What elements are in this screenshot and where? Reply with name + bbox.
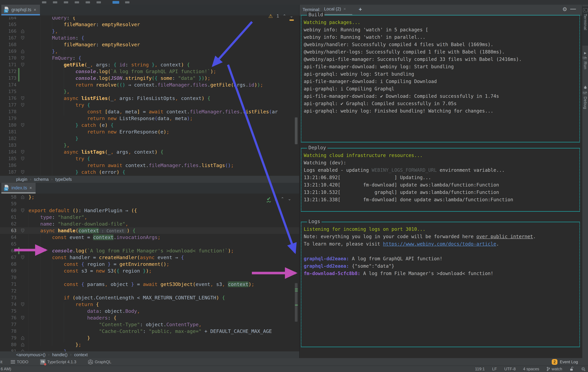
- line-number[interactable]: 79: [0, 335, 16, 341]
- code-line-74[interactable]: 74 return {: [0, 301, 299, 308]
- line-number[interactable]: 169: [0, 48, 16, 55]
- line-number[interactable]: 179: [0, 115, 16, 122]
- line-number[interactable]: 71: [0, 281, 16, 288]
- inspection-widget-index[interactable]: ✔ 1 ⌃ ⌄: [267, 196, 291, 202]
- line-number[interactable]: 77: [0, 321, 16, 328]
- breadcrumb-item[interactable]: typeDefs: [55, 177, 72, 182]
- code-line-60[interactable]: 60export default (): HandlerPlugin ⇒ ({: [0, 207, 299, 214]
- fold-marker-icon[interactable]: [21, 96, 25, 101]
- prev-issue-icon[interactable]: ⌃: [283, 14, 286, 19]
- code-line-166[interactable]: 166 },: [0, 28, 299, 35]
- fold-marker[interactable]: [21, 29, 25, 33]
- code-line-173[interactable]: 173 console.log(JSON.stringify({ some: "…: [0, 75, 299, 81]
- code-line-59[interactable]: 59: [0, 201, 299, 207]
- breadcrumb-item[interactable]: context: [74, 352, 88, 357]
- fold-marker[interactable]: [21, 36, 25, 40]
- toolbar-item-todo[interactable]: TODO: [11, 360, 28, 364]
- code-line-165[interactable]: 165 fileManager: emptyResolver: [0, 21, 299, 28]
- fold-marker-icon[interactable]: [21, 228, 25, 233]
- fold-marker-icon[interactable]: [21, 156, 25, 161]
- next-issue-icon[interactable]: ⌄: [290, 14, 293, 19]
- code-line-81[interactable]: 81 }: [0, 348, 299, 351]
- line-number[interactable]: 177: [0, 102, 16, 108]
- code-editor-index[interactable]: 58};5960export default (): HandlerPlugin…: [0, 195, 299, 351]
- code-line-167[interactable]: 167 Mutation: {: [0, 35, 299, 41]
- tool-strip--run[interactable]: ▶4: Run: [582, 49, 588, 80]
- code-line-177[interactable]: 177 try {: [0, 102, 299, 108]
- code-line-80[interactable]: 80 };: [0, 341, 299, 348]
- line-number[interactable]: 75: [0, 308, 16, 314]
- line-number[interactable]: 178: [0, 108, 16, 115]
- fold-marker-icon[interactable]: [21, 170, 25, 174]
- fold-marker-icon[interactable]: [21, 255, 25, 260]
- tab-graphql-ts[interactable]: TS graphql.ts ×: [1, 5, 40, 15]
- line-number[interactable]: 58: [0, 195, 16, 201]
- fold-marker[interactable]: [21, 156, 25, 161]
- code-line-63[interactable]: 63 async handle(context : Context ) {: [0, 227, 299, 234]
- fold-marker[interactable]: [21, 302, 25, 307]
- line-number[interactable]: 59: [0, 201, 16, 207]
- code-line-178[interactable]: 178 const [data, meta] = await context.f…: [0, 108, 299, 115]
- line-number[interactable]: 187: [0, 169, 16, 175]
- fold-marker[interactable]: [21, 255, 25, 260]
- line-number[interactable]: 73: [0, 294, 16, 301]
- line-number[interactable]: 72: [0, 288, 16, 294]
- code-line-182[interactable]: 182 }: [0, 135, 299, 142]
- line-number[interactable]: 69: [0, 268, 16, 274]
- line-number[interactable]: 165: [0, 21, 16, 28]
- tab-index-ts[interactable]: TS index.ts ×: [1, 183, 36, 193]
- toolbar-item-typescript[interactable]: TS TypeScript 4.1.3: [40, 359, 76, 365]
- fold-marker-icon[interactable]: [21, 342, 25, 347]
- fold-marker[interactable]: [21, 342, 25, 347]
- code-line-170[interactable]: 170 FmQuery: {: [0, 55, 299, 61]
- line-number[interactable]: 60: [0, 207, 16, 214]
- code-line-164[interactable]: 164 Query: {: [0, 17, 299, 21]
- close-icon[interactable]: ×: [343, 6, 346, 11]
- code-line-61[interactable]: 61 type: "handler",: [0, 214, 299, 221]
- code-line-78[interactable]: 78 "Cache-Control": "public, max-age=" +…: [0, 328, 299, 335]
- line-number[interactable]: 70: [0, 274, 16, 281]
- code-line-68[interactable]: 68 const { region } = getEnvironment();: [0, 261, 299, 268]
- fold-marker-icon[interactable]: [21, 302, 25, 307]
- line-number[interactable]: 175: [0, 88, 16, 95]
- line-number[interactable]: 62: [0, 221, 16, 227]
- code-line-174[interactable]: 174 return resolve(() ⇒ context.fileMana…: [0, 81, 299, 88]
- fold-marker[interactable]: [21, 195, 25, 199]
- toolbar-item-cut[interactable]: it: [0, 360, 2, 364]
- line-number[interactable]: 164: [0, 17, 16, 21]
- code-line-185[interactable]: 185 try {: [0, 155, 299, 162]
- code-line-181[interactable]: 181 return new ErrorResponse(e);: [0, 129, 299, 135]
- line-number[interactable]: 74: [0, 301, 16, 308]
- line-number[interactable]: 61: [0, 214, 16, 221]
- code-line-66[interactable]: 66 console.log(`A log from File Manager'…: [0, 247, 299, 254]
- code-line-187[interactable]: 187 } catch (error) {: [0, 169, 299, 175]
- line-number[interactable]: 180: [0, 122, 16, 129]
- file-encoding[interactable]: UTF-8: [504, 367, 516, 371]
- code-line-62[interactable]: 62 name: "handler-download-file",: [0, 221, 299, 227]
- inspection-widget-graphql[interactable]: ⚠ 1 ⌃ ⌄: [268, 13, 293, 19]
- git-branch[interactable]: watch: [546, 367, 562, 371]
- line-number[interactable]: 172: [0, 68, 16, 75]
- code-line-180[interactable]: 180 } catch (e) {: [0, 122, 299, 129]
- code-line-64[interactable]: 64 const event = context.invocationArgs;: [0, 234, 299, 241]
- fold-marker-icon[interactable]: [21, 150, 25, 154]
- code-line-179[interactable]: 179 return new ListResponse(data, meta);: [0, 115, 299, 122]
- line-number[interactable]: 170: [0, 55, 16, 61]
- hide-panel-icon[interactable]: —: [570, 5, 576, 12]
- indent-setting[interactable]: 4 spaces: [523, 367, 539, 371]
- fold-marker[interactable]: [21, 96, 25, 101]
- prev-issue-icon[interactable]: ⌃: [281, 197, 284, 201]
- code-line-172[interactable]: 172 console.log(`A log from GraphQL API …: [0, 68, 299, 75]
- fold-marker[interactable]: [21, 336, 25, 340]
- fold-marker-icon[interactable]: [21, 36, 25, 40]
- code-line-175[interactable]: 175 },: [0, 88, 299, 95]
- fold-marker[interactable]: [21, 228, 25, 233]
- fold-marker-icon[interactable]: [21, 336, 25, 340]
- line-number[interactable]: 174: [0, 81, 16, 88]
- terminal-settings-gear-icon[interactable]: ⚙: [562, 6, 567, 12]
- fold-marker-icon[interactable]: [21, 195, 25, 199]
- fold-marker-icon[interactable]: [21, 62, 25, 67]
- caret-position[interactable]: 119:1: [475, 367, 485, 371]
- code-line-171[interactable]: 171 getFile(_, args: { id: string }, con…: [0, 61, 299, 68]
- fold-marker-icon[interactable]: [21, 123, 25, 127]
